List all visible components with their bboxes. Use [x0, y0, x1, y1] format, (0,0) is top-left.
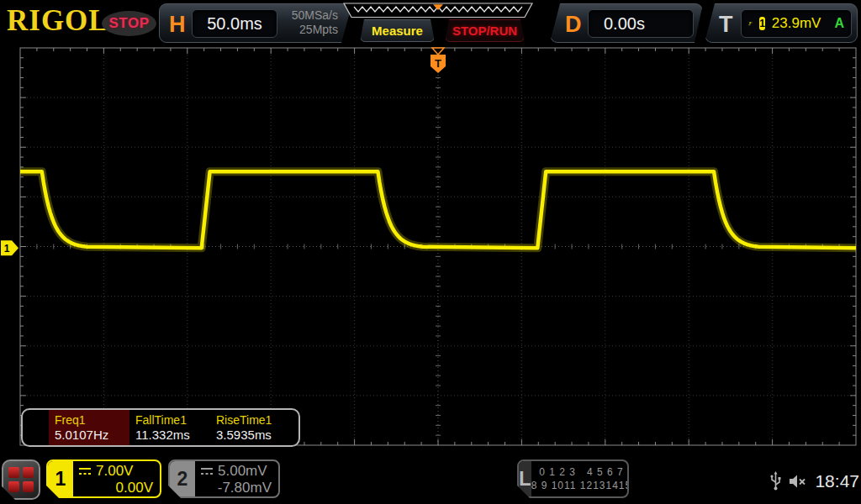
measure-button[interactable]: Measure — [360, 19, 435, 42]
channel1-status[interactable]: 1 7.00V 0.00V — [46, 459, 161, 498]
measurement-value: 5.0107Hz — [55, 428, 129, 442]
menu-grid-icon — [23, 481, 34, 492]
logic-row-0-7: 0 1 2 3 4 5 6 7 — [531, 466, 629, 478]
trigger-level-value: 23.9mV — [772, 15, 821, 32]
channel2-values: 5.00mV -7.80mV — [195, 461, 278, 496]
oscilloscope-screen: 1T RIGOL STOP H 50.0ms 50MSa/s 25Mpts Me… — [0, 0, 861, 504]
memory-depth: 25Mpts — [292, 23, 338, 37]
measurement-name: RiseTime1 — [216, 413, 291, 427]
measurement-name: FallTime1 — [135, 413, 210, 427]
delay-display: 0.00s — [588, 9, 694, 38]
measurement-value: 11.332ms — [135, 428, 210, 442]
measurement-value: 3.5935ms — [216, 428, 291, 442]
logic-label: L — [519, 461, 531, 496]
memory-position-bar[interactable] — [343, 3, 533, 18]
rising-edge-icon — [748, 16, 753, 31]
memory-waveform-preview — [343, 3, 533, 18]
measurement-panel: Freq1 5.0107Hz FallTime1 11.332ms RiseTi… — [21, 408, 300, 447]
channel1-offset: 0.00V — [78, 480, 153, 496]
run-state-badge: STOP — [102, 11, 156, 36]
measurement-item-risetime1[interactable]: RiseTime1 3.5935ms — [210, 410, 291, 445]
channel1-ground-marker[interactable]: 1 — [1, 240, 18, 255]
brand-logo: RIGOL — [7, 4, 109, 38]
delay-panel[interactable]: D 0.00s — [550, 3, 703, 43]
acquisition-info: 50MSa/s 25Mpts — [292, 8, 338, 37]
trigger-position-marker[interactable]: T — [430, 48, 446, 73]
usb-icon — [770, 471, 781, 491]
svg-text:T: T — [435, 57, 441, 70]
logic-channels-status[interactable]: L 0 1 2 3 4 5 6 7 8 9 1011 12131415 — [517, 459, 629, 498]
timebase-display: 50.0ms — [192, 9, 277, 38]
channel1-scale: 7.00V — [96, 463, 133, 480]
dc-coupling-icon — [200, 467, 214, 475]
sample-rate: 50MSa/s — [292, 8, 338, 23]
top-bar: RIGOL STOP H 50.0ms 50MSa/s 25Mpts Measu… — [0, 0, 861, 46]
channel2-scale: 5.00mV — [218, 463, 267, 480]
menu-grid-icon — [8, 481, 19, 492]
horizontal-label: H — [169, 12, 186, 38]
trigger-display: 1 23.9mV A — [741, 9, 852, 38]
channel1-values: 7.00V 0.00V — [73, 461, 160, 496]
trigger-sweep-mode: A — [834, 16, 844, 31]
trigger-source-badge: 1 — [759, 17, 765, 30]
dc-coupling-icon — [78, 467, 92, 475]
menu-grid-icon — [8, 467, 19, 478]
channel1-number: 1 — [48, 461, 73, 496]
delay-label: D — [565, 12, 582, 38]
measurement-item-freq1[interactable]: Freq1 5.0107Hz — [49, 410, 129, 445]
logic-channel-list: 0 1 2 3 4 5 6 7 8 9 1011 12131415 — [531, 461, 629, 496]
clock: 18:47 — [815, 471, 859, 491]
logic-row-8-15: 8 9 1011 12131415 — [531, 480, 629, 491]
channel2-status[interactable]: 2 5.00mV -7.80mV — [168, 459, 280, 498]
stop-run-button[interactable]: STOP/RUN — [445, 19, 525, 42]
menu-grid-icon — [23, 467, 34, 478]
channel2-number: 2 — [170, 461, 195, 496]
horizontal-panel[interactable]: H 50.0ms 50MSa/s 25Mpts — [159, 3, 352, 43]
speaker-muted-icon — [789, 474, 807, 489]
svg-text:1: 1 — [4, 243, 10, 255]
bottom-bar: 1 7.00V 0.00V 2 — [0, 458, 861, 504]
trigger-label: T — [719, 12, 733, 38]
menu-grid-button[interactable] — [2, 459, 40, 500]
status-icons: 18:47 — [770, 458, 859, 504]
trigger-panel[interactable]: T 1 23.9mV A — [705, 3, 858, 43]
measurement-item-falltime1[interactable]: FallTime1 11.332ms — [129, 410, 210, 445]
channel2-offset: -7.80mV — [200, 480, 272, 496]
measurement-name: Freq1 — [55, 413, 129, 427]
